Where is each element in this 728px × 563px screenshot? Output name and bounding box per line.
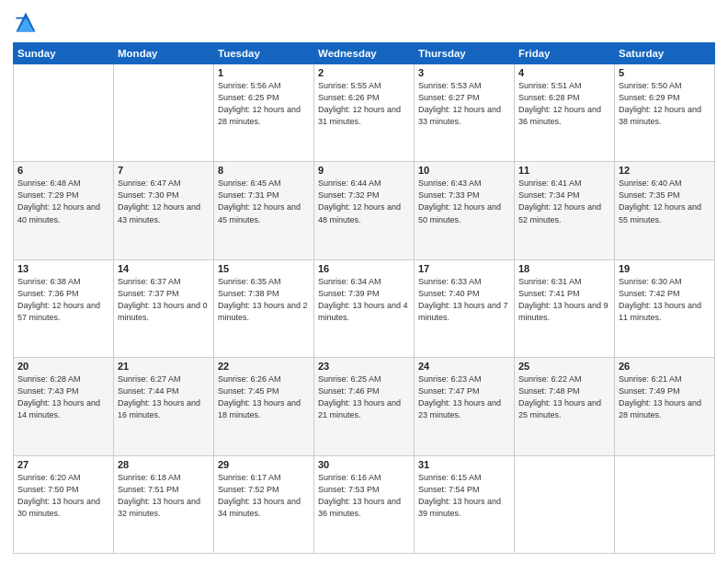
- calendar-cell: 4Sunrise: 5:51 AM Sunset: 6:28 PM Daylig…: [515, 64, 615, 162]
- calendar-day-header: Thursday: [415, 43, 515, 64]
- calendar-cell: 21Sunrise: 6:27 AM Sunset: 7:44 PM Dayli…: [114, 358, 214, 455]
- day-info: Sunrise: 6:33 AM Sunset: 7:40 PM Dayligh…: [418, 276, 510, 324]
- calendar-week-row: 1Sunrise: 5:56 AM Sunset: 6:25 PM Daylig…: [14, 64, 715, 162]
- day-info: Sunrise: 6:16 AM Sunset: 7:53 PM Dayligh…: [318, 472, 410, 520]
- day-number: 6: [17, 165, 109, 176]
- day-number: 26: [619, 361, 711, 372]
- day-info: Sunrise: 6:15 AM Sunset: 7:54 PM Dayligh…: [418, 472, 510, 520]
- day-info: Sunrise: 6:34 AM Sunset: 7:39 PM Dayligh…: [318, 276, 410, 324]
- calendar-day-header: Wednesday: [314, 43, 415, 64]
- day-info: Sunrise: 6:27 AM Sunset: 7:44 PM Dayligh…: [118, 373, 210, 421]
- day-info: Sunrise: 5:56 AM Sunset: 6:25 PM Dayligh…: [218, 80, 310, 128]
- day-number: 24: [418, 361, 510, 372]
- day-number: 11: [518, 165, 610, 176]
- day-info: Sunrise: 6:26 AM Sunset: 7:45 PM Dayligh…: [218, 373, 310, 421]
- day-number: 25: [518, 361, 610, 372]
- day-info: Sunrise: 6:45 AM Sunset: 7:31 PM Dayligh…: [218, 178, 310, 225]
- day-number: 18: [518, 263, 610, 274]
- calendar-cell: [114, 64, 214, 162]
- calendar-cell: 29Sunrise: 6:17 AM Sunset: 7:52 PM Dayli…: [214, 455, 314, 553]
- day-info: Sunrise: 6:25 AM Sunset: 7:46 PM Dayligh…: [318, 373, 410, 421]
- calendar-cell: 31Sunrise: 6:15 AM Sunset: 7:54 PM Dayli…: [415, 455, 515, 553]
- day-number: 9: [318, 165, 410, 176]
- day-info: Sunrise: 5:55 AM Sunset: 6:26 PM Dayligh…: [318, 80, 410, 128]
- day-number: 29: [218, 459, 310, 470]
- calendar-cell: 17Sunrise: 6:33 AM Sunset: 7:40 PM Dayli…: [415, 259, 515, 357]
- logo: [13, 9, 42, 35]
- calendar-cell: 10Sunrise: 6:43 AM Sunset: 7:33 PM Dayli…: [415, 162, 515, 259]
- calendar-day-header: Saturday: [615, 43, 715, 64]
- day-info: Sunrise: 6:38 AM Sunset: 7:36 PM Dayligh…: [17, 276, 109, 324]
- calendar-day-header: Tuesday: [214, 43, 314, 64]
- calendar-cell: 26Sunrise: 6:21 AM Sunset: 7:49 PM Dayli…: [615, 358, 715, 455]
- day-number: 28: [118, 459, 210, 470]
- calendar-week-row: 20Sunrise: 6:28 AM Sunset: 7:43 PM Dayli…: [14, 358, 715, 455]
- calendar-table: SundayMondayTuesdayWednesdayThursdayFrid…: [13, 42, 715, 554]
- day-info: Sunrise: 6:21 AM Sunset: 7:49 PM Dayligh…: [619, 373, 711, 421]
- day-number: 21: [118, 361, 210, 372]
- day-number: 22: [218, 361, 310, 372]
- day-number: 4: [518, 67, 610, 78]
- day-number: 31: [418, 459, 510, 470]
- day-number: 15: [218, 263, 310, 274]
- day-number: 13: [17, 263, 109, 274]
- calendar-cell: 12Sunrise: 6:40 AM Sunset: 7:35 PM Dayli…: [615, 162, 715, 259]
- day-number: 30: [318, 459, 410, 470]
- day-info: Sunrise: 6:41 AM Sunset: 7:34 PM Dayligh…: [518, 178, 610, 225]
- day-number: 1: [218, 67, 310, 78]
- day-info: Sunrise: 6:22 AM Sunset: 7:48 PM Dayligh…: [518, 373, 610, 421]
- day-number: 2: [318, 67, 410, 78]
- day-number: 10: [418, 165, 510, 176]
- calendar-cell: 9Sunrise: 6:44 AM Sunset: 7:32 PM Daylig…: [314, 162, 415, 259]
- calendar-day-header: Monday: [114, 43, 214, 64]
- calendar-day-header: Friday: [515, 43, 615, 64]
- day-info: Sunrise: 5:51 AM Sunset: 6:28 PM Dayligh…: [518, 80, 610, 128]
- day-number: 16: [318, 263, 410, 274]
- calendar-week-row: 13Sunrise: 6:38 AM Sunset: 7:36 PM Dayli…: [14, 259, 715, 357]
- calendar-cell: 1Sunrise: 5:56 AM Sunset: 6:25 PM Daylig…: [214, 64, 314, 162]
- day-info: Sunrise: 6:48 AM Sunset: 7:29 PM Dayligh…: [17, 178, 109, 225]
- svg-rect-2: [17, 17, 27, 19]
- day-number: 12: [619, 165, 711, 176]
- day-number: 23: [318, 361, 410, 372]
- calendar-cell: 22Sunrise: 6:26 AM Sunset: 7:45 PM Dayli…: [214, 358, 314, 455]
- header: [13, 9, 715, 35]
- calendar-cell: 19Sunrise: 6:30 AM Sunset: 7:42 PM Dayli…: [615, 259, 715, 357]
- calendar-cell: 16Sunrise: 6:34 AM Sunset: 7:39 PM Dayli…: [314, 259, 415, 357]
- day-info: Sunrise: 6:35 AM Sunset: 7:38 PM Dayligh…: [218, 276, 310, 324]
- day-info: Sunrise: 6:31 AM Sunset: 7:41 PM Dayligh…: [518, 276, 610, 324]
- page: SundayMondayTuesdayWednesdayThursdayFrid…: [0, 0, 728, 563]
- calendar-cell: [615, 455, 715, 553]
- logo-icon: [13, 9, 39, 35]
- calendar-cell: 15Sunrise: 6:35 AM Sunset: 7:38 PM Dayli…: [214, 259, 314, 357]
- calendar-cell: 30Sunrise: 6:16 AM Sunset: 7:53 PM Dayli…: [314, 455, 415, 553]
- day-number: 7: [118, 165, 210, 176]
- calendar-cell: 5Sunrise: 5:50 AM Sunset: 6:29 PM Daylig…: [615, 64, 715, 162]
- calendar-cell: 14Sunrise: 6:37 AM Sunset: 7:37 PM Dayli…: [114, 259, 214, 357]
- day-number: 5: [619, 67, 711, 78]
- calendar-cell: 27Sunrise: 6:20 AM Sunset: 7:50 PM Dayli…: [14, 455, 114, 553]
- day-number: 20: [17, 361, 109, 372]
- calendar-cell: 13Sunrise: 6:38 AM Sunset: 7:36 PM Dayli…: [14, 259, 114, 357]
- calendar-week-row: 27Sunrise: 6:20 AM Sunset: 7:50 PM Dayli…: [14, 455, 715, 553]
- day-info: Sunrise: 5:50 AM Sunset: 6:29 PM Dayligh…: [619, 80, 711, 128]
- calendar-cell: 24Sunrise: 6:23 AM Sunset: 7:47 PM Dayli…: [415, 358, 515, 455]
- day-info: Sunrise: 6:47 AM Sunset: 7:30 PM Dayligh…: [118, 178, 210, 225]
- calendar-week-row: 6Sunrise: 6:48 AM Sunset: 7:29 PM Daylig…: [14, 162, 715, 259]
- calendar-cell: 7Sunrise: 6:47 AM Sunset: 7:30 PM Daylig…: [114, 162, 214, 259]
- day-info: Sunrise: 6:17 AM Sunset: 7:52 PM Dayligh…: [218, 472, 310, 520]
- day-number: 3: [418, 67, 510, 78]
- day-number: 17: [418, 263, 510, 274]
- day-info: Sunrise: 6:30 AM Sunset: 7:42 PM Dayligh…: [619, 276, 711, 324]
- calendar-day-header: Sunday: [14, 43, 114, 64]
- calendar-cell: [14, 64, 114, 162]
- calendar-cell: 8Sunrise: 6:45 AM Sunset: 7:31 PM Daylig…: [214, 162, 314, 259]
- calendar-header-row: SundayMondayTuesdayWednesdayThursdayFrid…: [14, 43, 715, 64]
- day-number: 19: [619, 263, 711, 274]
- calendar-cell: 28Sunrise: 6:18 AM Sunset: 7:51 PM Dayli…: [114, 455, 214, 553]
- calendar-cell: 3Sunrise: 5:53 AM Sunset: 6:27 PM Daylig…: [415, 64, 515, 162]
- calendar-cell: 6Sunrise: 6:48 AM Sunset: 7:29 PM Daylig…: [14, 162, 114, 259]
- day-info: Sunrise: 6:18 AM Sunset: 7:51 PM Dayligh…: [118, 472, 210, 520]
- day-info: Sunrise: 6:44 AM Sunset: 7:32 PM Dayligh…: [318, 178, 410, 225]
- day-info: Sunrise: 6:43 AM Sunset: 7:33 PM Dayligh…: [418, 178, 510, 225]
